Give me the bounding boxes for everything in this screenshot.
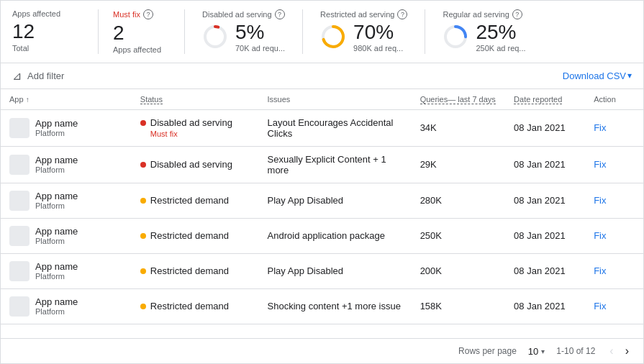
fix-button-0[interactable]: Fix — [594, 122, 606, 133]
fix-button-1[interactable]: Fix — [594, 159, 606, 170]
col-issues: Issues — [259, 89, 412, 110]
app-name-4: App name — [35, 261, 78, 272]
must-fix-badge-0: Must fix — [150, 129, 250, 138]
queries-cell-2: 280K — [412, 183, 505, 218]
app-platform-1: Platform — [35, 165, 78, 174]
status-dot-1 — [140, 162, 146, 168]
status-dot-4 — [140, 268, 146, 274]
app-name-0: App name — [35, 118, 78, 129]
restricted-card: Restricted ad serving ? 70% 980K ad req.… — [303, 9, 425, 54]
action-cell-1: Fix — [585, 146, 643, 183]
restricted-label: Restricted ad serving ? — [320, 9, 407, 19]
regular-help-icon[interactable]: ? — [512, 9, 522, 19]
action-cell-0: Fix — [585, 109, 643, 146]
app-cell-4: App name Platform — [1, 253, 132, 288]
summary-bar: Apps affected 12 Total Must fix ? 2 Apps… — [1, 1, 643, 63]
add-filter-label[interactable]: Add filter — [27, 70, 64, 81]
col-app: App ↑ — [1, 89, 132, 110]
action-cell-2: Fix — [585, 183, 643, 218]
fix-button-3[interactable]: Fix — [594, 230, 606, 241]
pagination-nav: ‹ › — [607, 345, 632, 358]
restricted-sub: 980K ad req... — [353, 44, 403, 53]
date-cell-2: 08 Jan 2021 — [505, 183, 585, 218]
next-page-button[interactable]: › — [622, 345, 632, 358]
rows-per-page-label: Rows per page — [458, 346, 517, 356]
must-fix-help-icon[interactable]: ? — [143, 9, 153, 19]
restricted-donut — [320, 24, 346, 50]
app-icon-0 — [9, 118, 30, 138]
status-text-3: Restricted demand — [150, 230, 229, 241]
issue-cell-4: Play App Disabled — [259, 253, 412, 288]
date-cell-5: 08 Jan 2021 — [505, 288, 585, 324]
filter-bar: ⊿ Add filter Download CSV ▾ — [1, 63, 643, 89]
action-cell-4: Fix — [585, 253, 643, 288]
restricted-metric-row: 70% 980K ad req... — [320, 21, 407, 53]
status-dot-2 — [140, 198, 146, 204]
must-fix-value: 2 — [113, 21, 170, 45]
restricted-help-icon[interactable]: ? — [397, 9, 407, 19]
filter-icon: ⊿ — [12, 69, 22, 83]
prev-page-button[interactable]: ‹ — [607, 345, 616, 358]
app-platform-0: Platform — [35, 129, 78, 137]
must-fix-sub: Apps affected — [113, 45, 170, 54]
app-platform-5: Platform — [35, 307, 78, 316]
app-icon-1 — [9, 155, 30, 175]
rows-per-page-chevron-icon: ▾ — [541, 347, 545, 355]
page-range: 1-10 of 12 — [556, 346, 595, 356]
regular-sub: 250K ad req... — [476, 44, 525, 53]
app-cell-0: App name Platform — [1, 109, 132, 146]
queries-cell-1: 29K — [412, 146, 505, 183]
table-row: App name Platform Restricted demand Andr… — [1, 218, 643, 253]
disabled-help-icon[interactable]: ? — [275, 9, 285, 19]
disabled-card: Disabled ad serving ? 5% 70K ad requ... — [185, 9, 303, 54]
app-icon-4 — [9, 261, 30, 281]
download-chevron-icon: ▾ — [627, 70, 632, 81]
status-dot-3 — [140, 233, 146, 239]
issue-cell-1: Sexually Explicit Content + 1 more — [259, 146, 412, 183]
status-text-0: Disabled ad serving — [150, 117, 232, 128]
disabled-pct: 5% — [235, 21, 285, 44]
sort-icon[interactable]: ↑ — [26, 96, 30, 104]
app-cell-5: App name Platform — [1, 288, 132, 324]
app-icon-3 — [9, 226, 30, 246]
issue-cell-3: Android application package — [259, 218, 412, 253]
app-platform-3: Platform — [35, 237, 78, 245]
total-apps-label: Apps affected — [12, 9, 83, 18]
fix-button-4[interactable]: Fix — [594, 265, 606, 276]
status-text-2: Restricted demand — [150, 195, 229, 206]
total-apps-card: Apps affected 12 Total — [12, 9, 99, 54]
action-cell-5: Fix — [585, 288, 643, 324]
total-apps-value: 12 — [12, 19, 83, 44]
app-platform-4: Platform — [35, 272, 78, 281]
status-dot-0 — [140, 120, 146, 126]
main-table: App ↑ Status Issues Queries— last 7 days… — [1, 89, 643, 324]
app-name-1: App name — [35, 155, 78, 165]
action-cell-3: Fix — [585, 218, 643, 253]
app-name-3: App name — [35, 226, 78, 237]
fix-button-2[interactable]: Fix — [594, 195, 606, 206]
status-cell-4: Restricted demand — [132, 253, 259, 288]
date-cell-3: 08 Jan 2021 — [505, 218, 585, 253]
app-name-2: App name — [35, 191, 78, 201]
table-footer: Rows per page 10 ▾ 1-10 of 12 ‹ › — [1, 338, 643, 363]
status-text-5: Restricted demand — [150, 301, 229, 311]
svg-point-0 — [205, 27, 225, 47]
disabled-sub: 70K ad requ... — [235, 44, 285, 53]
download-csv-button[interactable]: Download CSV ▾ — [563, 70, 632, 81]
must-fix-label: Must fix ? — [113, 9, 170, 19]
main-container: Apps affected 12 Total Must fix ? 2 Apps… — [0, 0, 644, 364]
col-date: Date reported — [505, 89, 585, 110]
table-row: App name Platform Disabled ad serving Se… — [1, 146, 643, 183]
fix-button-5[interactable]: Fix — [594, 301, 606, 311]
app-icon-5 — [9, 296, 30, 317]
queries-cell-4: 200K — [412, 253, 505, 288]
app-icon-2 — [9, 191, 30, 211]
app-cell-2: App name Platform — [1, 183, 132, 218]
rows-per-page-select[interactable]: 10 ▾ — [528, 346, 545, 357]
app-cell-1: App name Platform — [1, 146, 132, 183]
table-row: App name Platform Restricted demand Shoc… — [1, 288, 643, 324]
status-cell-1: Disabled ad serving — [132, 146, 259, 183]
regular-label: Regular ad serving ? — [443, 9, 525, 19]
disabled-metric-row: 5% 70K ad requ... — [202, 21, 285, 53]
table-row: App name Platform Restricted demand Play… — [1, 183, 643, 218]
